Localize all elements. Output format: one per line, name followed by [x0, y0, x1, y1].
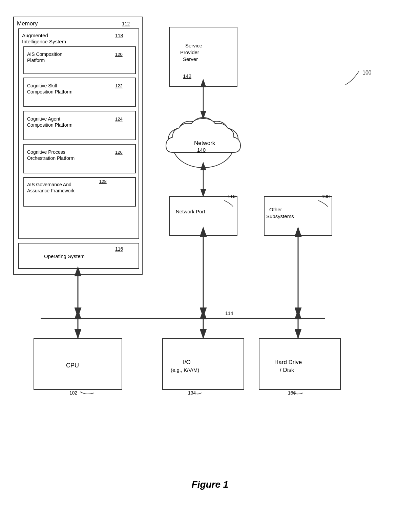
cog-proc-label-2: Orchestration Platform: [27, 155, 75, 161]
svg-point-15: [212, 128, 238, 150]
svg-rect-5: [19, 29, 139, 239]
cog-agent-label-1: Cognitive Agent: [27, 116, 60, 122]
svg-rect-9: [24, 144, 135, 173]
network-label: Network: [194, 140, 215, 146]
svg-rect-4: [14, 17, 142, 274]
svg-point-19: [174, 127, 232, 164]
ais-ref: 118: [115, 33, 123, 38]
sp-ref: 142: [183, 73, 191, 79]
cog-proc-label-1: Cognitive Process: [27, 149, 65, 155]
svg-rect-22: [34, 339, 122, 389]
svg-rect-23: [163, 339, 244, 389]
cog-proc-ref: 126: [115, 150, 123, 155]
network-cloud: [166, 119, 240, 152]
memory-label: Memory: [17, 20, 38, 27]
svg-rect-11: [19, 243, 139, 269]
cpu-label: CPU: [66, 362, 79, 369]
svg-point-13: [173, 124, 234, 168]
figure-caption: Figure 1: [192, 479, 229, 490]
os-ref: 116: [115, 246, 123, 252]
cog-skill-ref: 122: [115, 83, 123, 88]
cpu-ref-curve: [80, 392, 94, 394]
io-label-1: I/O: [183, 359, 191, 365]
cog-skill-label-2: Composition Platform: [27, 89, 72, 94]
svg-rect-21: [264, 196, 332, 235]
ais-label-1: Augmented: [22, 33, 48, 38]
svg-rect-8: [24, 111, 135, 140]
other-sub-label-1: Other: [269, 207, 282, 212]
hd-label-1: Hard Drive: [274, 359, 302, 365]
svg-rect-6: [24, 47, 135, 74]
io-ref: 104: [188, 390, 196, 396]
ais-comp-label-2: Platform: [27, 58, 45, 63]
svg-rect-12: [169, 27, 237, 86]
hd-label-2: / Disk: [280, 367, 294, 373]
sp-label-2: Provider: [180, 49, 199, 55]
diagram-ref: 100: [362, 70, 372, 76]
svg-rect-20: [169, 196, 237, 235]
svg-point-18: [191, 118, 215, 136]
ais-comp-ref: 120: [115, 52, 123, 57]
net-port-label-1: Network Port: [176, 209, 206, 214]
ais-gov-ref: 128: [99, 179, 107, 184]
ais-label-2: Intelligence System: [22, 39, 66, 44]
othersub-ref-curve: [318, 200, 328, 207]
os-label: Operating System: [44, 253, 85, 259]
sp-label-1: Service: [185, 43, 202, 48]
bus-ref: 114: [225, 311, 233, 316]
hd-ref: 106: [288, 390, 296, 396]
other-sub-label-2: Subsystems: [266, 213, 294, 219]
net-port-ref: 110: [228, 194, 236, 199]
svg-rect-10: [24, 177, 135, 206]
io-ref-curve: [192, 392, 202, 394]
svg-point-14: [168, 128, 194, 150]
svg-point-16: [179, 121, 201, 140]
diagram: Memory 112 Augmented Intelligence System…: [7, 7, 413, 501]
cog-skill-label-1: Cognitive Skill: [27, 83, 57, 88]
memory-ref: 112: [122, 21, 130, 26]
ais-comp-label-1: AIS Composition: [27, 51, 62, 57]
cog-agent-label-2: Composition Platform: [27, 122, 72, 128]
other-sub-ref: 108: [322, 194, 330, 199]
io-label-2: (e.g., K/V/M): [171, 367, 199, 373]
ais-gov-label-2: Assurance Framework: [27, 188, 75, 193]
hd-ref-curve: [291, 392, 303, 394]
network-ref: 140: [197, 147, 206, 153]
ref-100-curve: [345, 71, 359, 85]
ais-gov-label-1: AIS Governance And: [27, 182, 71, 187]
sp-label-3: Server: [183, 56, 198, 62]
cpu-ref: 102: [69, 390, 78, 396]
svg-rect-24: [259, 339, 340, 389]
cog-agent-ref: 124: [115, 116, 123, 122]
svg-point-17: [206, 121, 228, 140]
svg-rect-7: [24, 78, 135, 107]
netport-ref-curve: [224, 200, 233, 207]
